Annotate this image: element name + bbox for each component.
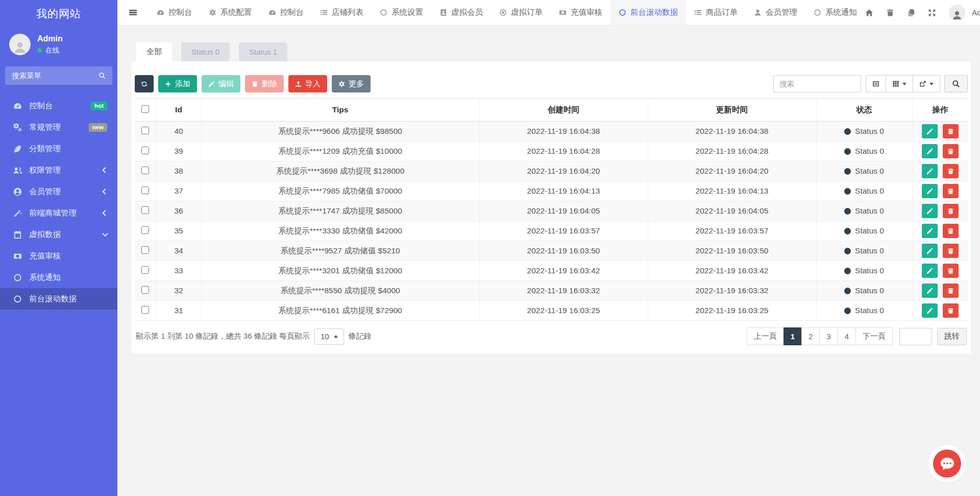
add-button[interactable]: 添加: [158, 75, 197, 92]
detail-view-button[interactable]: [866, 75, 886, 92]
row-delete-button[interactable]: [943, 144, 959, 158]
row-checkbox[interactable]: [141, 246, 149, 254]
advanced-search-button[interactable]: [944, 75, 968, 92]
more-button[interactable]: 更多: [332, 75, 371, 92]
home-icon[interactable]: [865, 9, 873, 17]
table-row[interactable]: 35 系统提示****3330 成功储值 $42000 2022-11-19 1…: [135, 221, 968, 241]
row-checkbox[interactable]: [141, 206, 149, 214]
tab[interactable]: 全部: [136, 42, 172, 61]
table-row[interactable]: 39 系统提示****1209 成功充值 $10000 2022-11-19 1…: [135, 141, 968, 161]
topbar-user-name[interactable]: Admin: [972, 8, 980, 17]
table-row[interactable]: 33 系统提示****3201 成功储值 $12000 2022-11-19 1…: [135, 261, 968, 281]
row-edit-button[interactable]: [922, 284, 938, 298]
top-nav-item[interactable]: 系统设置: [372, 0, 431, 25]
pagination-button[interactable]: 4: [838, 327, 856, 345]
sidebar-item[interactable]: 会员管理: [0, 181, 117, 202]
select-all-checkbox[interactable]: [141, 105, 149, 113]
row-delete-button[interactable]: [943, 244, 959, 258]
top-nav-item[interactable]: 商品订单: [686, 0, 746, 25]
row-checkbox[interactable]: [141, 167, 149, 174]
clear-cache-icon[interactable]: [907, 9, 915, 17]
sidebar-item[interactable]: 前台滚动数据: [0, 288, 117, 310]
row-edit-button[interactable]: [922, 224, 938, 238]
row-edit-button[interactable]: [922, 164, 938, 178]
table-search-input[interactable]: [773, 75, 861, 92]
row-delete-button[interactable]: [943, 124, 959, 138]
table-row[interactable]: 32 系统提示****8550 成功提現 $4000 2022-11-19 16…: [135, 281, 968, 301]
avatar[interactable]: [949, 5, 965, 21]
row-edit-button[interactable]: [922, 204, 938, 218]
sidebar-search-input[interactable]: [12, 72, 94, 80]
row-checkbox[interactable]: [141, 127, 149, 134]
column-header-updated[interactable]: 更新时间: [648, 99, 816, 122]
row-delete-button[interactable]: [943, 303, 959, 318]
top-nav-item[interactable]: 虚拟会员: [431, 0, 491, 25]
export-button[interactable]: [913, 75, 940, 92]
columns-button[interactable]: [886, 75, 913, 92]
table-row[interactable]: 34 系统提示****9527 成功储值 $5210 2022-11-19 16…: [135, 241, 968, 261]
sidebar-item[interactable]: 系统通知: [0, 267, 117, 288]
row-edit-button[interactable]: [922, 264, 938, 278]
row-checkbox[interactable]: [141, 306, 149, 314]
pagination-button[interactable]: 上一頁: [747, 327, 784, 345]
trash-icon[interactable]: [886, 9, 894, 17]
row-delete-button[interactable]: [943, 164, 959, 178]
table-row[interactable]: 40 系统提示****9606 成功提現 $98500 2022-11-19 1…: [135, 122, 968, 141]
edit-button[interactable]: 编辑: [202, 75, 240, 92]
top-nav-item[interactable]: 店铺列表: [312, 0, 372, 25]
search-icon[interactable]: [99, 72, 106, 79]
sidebar-item[interactable]: 权限管理: [0, 159, 117, 181]
row-checkbox[interactable]: [141, 147, 149, 154]
top-nav-item[interactable]: 系统通知: [805, 0, 865, 25]
sidebar-item[interactable]: 前端商城管理: [0, 202, 117, 224]
sidebar-item[interactable]: 分類管理: [0, 138, 117, 159]
import-button[interactable]: 导入: [288, 75, 327, 92]
row-edit-button[interactable]: [922, 184, 938, 198]
row-delete-button[interactable]: [943, 264, 959, 278]
column-header-status[interactable]: 状态: [816, 99, 912, 122]
delete-button[interactable]: 删除: [245, 75, 284, 92]
table-row[interactable]: 36 系统提示****1747 成功提現 $85000 2022-11-19 1…: [135, 201, 968, 221]
row-checkbox[interactable]: [141, 266, 149, 274]
top-nav-item[interactable]: 控制台: [149, 0, 201, 25]
pagination-button[interactable]: 1: [783, 327, 802, 345]
chat-fab-button[interactable]: [933, 450, 961, 478]
pagination-button[interactable]: 下一頁: [855, 327, 893, 345]
sidebar-item[interactable]: 虚拟数据: [0, 224, 117, 245]
pagination-button[interactable]: 2: [801, 327, 820, 345]
page-jump-input[interactable]: [899, 328, 932, 345]
row-edit-button[interactable]: [922, 303, 938, 318]
row-edit-button[interactable]: [922, 124, 938, 138]
column-header-id[interactable]: Id: [156, 99, 201, 122]
tab[interactable]: Status 0: [181, 42, 230, 61]
row-checkbox[interactable]: [141, 186, 149, 194]
top-nav-item[interactable]: 控制台: [260, 0, 312, 25]
row-delete-button[interactable]: [943, 224, 959, 238]
top-nav-item[interactable]: 前台滚动数据: [610, 0, 686, 25]
sidebar-item[interactable]: 常规管理 new: [0, 116, 117, 138]
tab[interactable]: Status 1: [239, 42, 287, 61]
row-checkbox[interactable]: [141, 286, 149, 294]
column-header-tips[interactable]: Tips: [201, 99, 479, 122]
page-size-select[interactable]: 10: [314, 328, 344, 345]
top-nav-item[interactable]: 系统配置: [201, 0, 260, 25]
row-delete-button[interactable]: [943, 204, 959, 218]
column-header-created[interactable]: 创建时间: [479, 99, 648, 122]
refresh-button[interactable]: [135, 75, 154, 92]
sidebar-item[interactable]: 控制台 hot: [0, 95, 117, 116]
avatar[interactable]: [9, 34, 31, 55]
page-jump-button[interactable]: 跳转: [937, 328, 967, 345]
row-delete-button[interactable]: [943, 184, 959, 198]
table-row[interactable]: 38 系统提示****3698 成功提現 $128000 2022-11-19 …: [135, 161, 968, 181]
top-nav-item[interactable]: 充值审核: [551, 0, 610, 25]
top-nav-item[interactable]: 会员管理: [746, 0, 805, 25]
row-delete-button[interactable]: [943, 284, 959, 298]
row-checkbox[interactable]: [141, 226, 149, 234]
table-row[interactable]: 31 系统提示****6161 成功提現 $72900 2022-11-19 1…: [135, 301, 968, 321]
pagination-button[interactable]: 3: [819, 327, 838, 345]
fullscreen-icon[interactable]: [928, 9, 936, 17]
row-edit-button[interactable]: [922, 144, 938, 158]
table-row[interactable]: 37 系统提示****7985 成功储值 $70000 2022-11-19 1…: [135, 181, 968, 201]
sidebar-toggle-button[interactable]: [117, 0, 149, 25]
top-nav-item[interactable]: 虚拟订单: [491, 0, 551, 25]
